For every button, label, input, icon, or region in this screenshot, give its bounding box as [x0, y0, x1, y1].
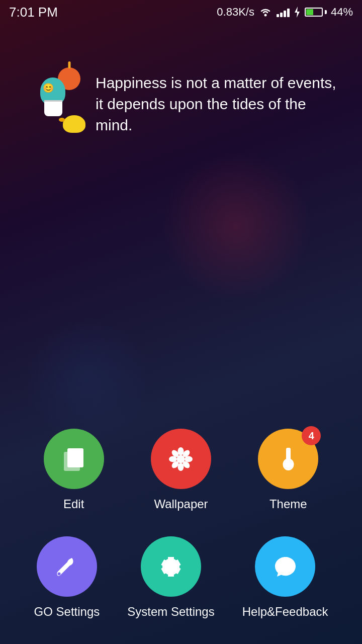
signal-icon	[277, 7, 290, 17]
system-settings-label: System Settings	[127, 605, 214, 619]
svg-point-13	[177, 455, 185, 462]
theme-badge: 4	[302, 426, 321, 445]
wallpaper-icon	[167, 445, 195, 473]
charging-icon	[294, 7, 301, 18]
wallpaper-label: Wallpaper	[154, 497, 208, 511]
wifi-icon	[258, 7, 273, 17]
svg-rect-3	[67, 448, 83, 467]
go-settings-icon	[53, 553, 80, 581]
svg-marker-1	[295, 7, 300, 18]
quote-text: Happiness is not a matter of events, it …	[96, 72, 347, 136]
battery-tip	[325, 10, 327, 14]
bottom-area: Edit Wallpaper	[0, 414, 362, 644]
theme-icon	[275, 445, 302, 473]
bg-glow-1	[161, 151, 312, 302]
network-speed: 0.83K/s	[217, 6, 254, 19]
theme-circle: 4	[258, 429, 318, 489]
edit-icon	[60, 445, 87, 473]
help-feedback-label: Help&Feedback	[242, 605, 328, 619]
svg-point-5	[178, 447, 184, 455]
help-feedback-button[interactable]: Help&Feedback	[242, 536, 328, 619]
go-settings-circle	[37, 536, 97, 597]
wallpaper-circle	[151, 429, 211, 489]
svg-point-16	[58, 572, 61, 575]
go-settings-label: GO Settings	[34, 605, 100, 619]
edit-circle	[44, 429, 104, 489]
go-settings-button[interactable]: GO Settings	[34, 536, 100, 619]
status-right-icons: 0.83K/s 44%	[217, 6, 353, 19]
system-settings-circle	[141, 536, 201, 597]
icon-row-1: Edit Wallpaper	[20, 429, 342, 511]
edit-label: Edit	[63, 497, 84, 511]
theme-label: Theme	[269, 497, 307, 511]
help-feedback-icon	[272, 553, 299, 581]
battery-body	[305, 8, 323, 17]
svg-point-15	[283, 458, 294, 470]
battery-percent: 44%	[331, 6, 353, 19]
char-duck	[63, 115, 85, 133]
svg-point-8	[185, 456, 193, 462]
help-feedback-circle	[255, 536, 315, 597]
wallpaper-button[interactable]: Wallpaper	[151, 429, 211, 511]
status-bar: 7:01 PM 0.83K/s 44%	[0, 0, 362, 22]
mascot-characters	[30, 67, 85, 133]
theme-button[interactable]: 4 Theme	[258, 429, 318, 511]
battery-fill	[306, 9, 313, 15]
quote-area: Happiness is not a matter of events, it …	[0, 52, 362, 146]
battery-container	[305, 8, 327, 17]
status-time: 7:01 PM	[9, 5, 58, 20]
system-settings-icon	[157, 553, 185, 581]
char-cup	[44, 100, 62, 116]
icon-row-2: GO Settings System Settings Help&Feedbac…	[20, 536, 342, 619]
svg-point-7	[169, 456, 177, 462]
svg-point-6	[178, 463, 184, 471]
system-settings-button[interactable]: System Settings	[127, 536, 214, 619]
edit-button[interactable]: Edit	[44, 429, 104, 511]
svg-point-0	[264, 14, 266, 17]
